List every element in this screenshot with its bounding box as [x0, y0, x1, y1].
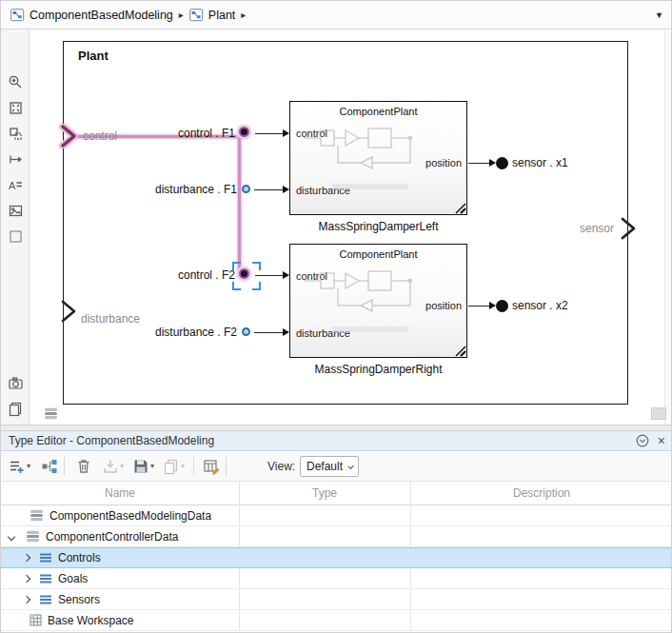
delete-button[interactable]	[73, 456, 94, 477]
view-label: View:	[267, 460, 295, 473]
breadcrumb-label[interactable]: ComponentBasedModeling	[30, 9, 173, 22]
wire[interactable]	[468, 306, 490, 307]
toolbar-separator	[193, 457, 194, 476]
row-label: Sensors	[58, 593, 100, 606]
fit-view-icon[interactable]	[7, 99, 24, 116]
add-type-button[interactable]	[7, 456, 28, 477]
save-dropdown-icon[interactable]: ▾	[150, 462, 154, 470]
zoom-icon[interactable]	[7, 73, 24, 90]
column-header-description[interactable]: Description	[410, 482, 672, 505]
control-signal-branch-line[interactable]	[238, 136, 241, 277]
block-inner-title: ComponentPlant	[290, 248, 466, 260]
block-content-preview	[304, 121, 446, 199]
wire[interactable]	[255, 275, 284, 276]
column-header-type[interactable]: Type	[239, 482, 410, 505]
toolbar-separator	[64, 457, 65, 476]
panel-collapse-icon[interactable]	[636, 434, 649, 447]
add-type-dropdown-icon[interactable]: ▾	[27, 462, 30, 470]
region-select-icon[interactable]	[7, 125, 24, 142]
simulink-window: ComponentBasedModeling ▸ Plant ▸ ▼ A	[0, 0, 672, 633]
table-row-base-workspace[interactable]: Base Workspace	[1, 610, 672, 631]
control-inport-icon[interactable]	[58, 124, 79, 148]
table-row-sensors[interactable]: Sensors	[1, 589, 672, 610]
sensor-outport-icon[interactable]	[618, 216, 639, 241]
control-port-label: control	[83, 129, 117, 143]
disturbance-inport-icon[interactable]	[58, 299, 79, 324]
view-dropdown[interactable]: Default	[300, 456, 359, 477]
sensor-x2-connector[interactable]	[496, 300, 508, 312]
breadcrumb-dropdown-icon[interactable]: ▼	[655, 10, 663, 20]
disturbance-f2-connector[interactable]	[242, 327, 250, 336]
image-annotation-icon[interactable]	[7, 202, 24, 219]
wire[interactable]	[254, 189, 284, 190]
screenshot-icon[interactable]	[7, 374, 24, 391]
svg-text:A: A	[9, 179, 16, 190]
panel-splitter[interactable]	[1, 425, 672, 431]
workspace-grid-icon	[30, 614, 42, 626]
breadcrumb-separator-icon: ▸	[240, 10, 247, 20]
subsystem-icon	[189, 8, 204, 22]
wire[interactable]	[254, 332, 284, 333]
wire-arrow-icon	[283, 186, 289, 193]
panels-icon[interactable]	[7, 400, 24, 417]
wire[interactable]	[468, 163, 490, 164]
wire[interactable]	[255, 133, 284, 134]
expand-chevron-icon[interactable]	[23, 554, 30, 562]
signal-label-sensor-x2: sensor . x2	[512, 299, 568, 312]
selection-corner	[252, 282, 261, 290]
table-row-componentbasedmodelingdata[interactable]: ComponentBasedModelingData	[1, 505, 672, 526]
signal-label-control-f1: control . F1	[121, 127, 235, 140]
signal-label-disturbance-f1: disturbance . F1	[123, 183, 237, 196]
wire-arrow-icon	[489, 159, 496, 167]
block-mass-spring-damper-right[interactable]: ComponentPlant control disturbance posit…	[289, 244, 467, 358]
breadcrumb-item-subsystem[interactable]: Plant	[189, 8, 236, 22]
annotation-icon[interactable]: A	[7, 176, 24, 193]
canvas-vertical-scrollbar[interactable]	[664, 30, 672, 425]
hierarchy-view-button[interactable]	[39, 456, 60, 477]
bus-object-icon	[39, 552, 52, 564]
sensor-port-label: sensor	[570, 222, 614, 235]
disturbance-port-label: disturbance	[81, 312, 140, 326]
signal-label-sensor-x1: sensor . x1	[512, 156, 568, 169]
breadcrumb: ComponentBasedModeling ▸ Plant ▸ ▼	[1, 1, 672, 30]
type-editor-header: Type Editor - ComponentBasedModeling ×	[1, 431, 672, 451]
edit-table-button[interactable]	[201, 456, 222, 477]
area-box-icon[interactable]	[7, 227, 24, 245]
signal-label-control-f2: control . F2	[121, 268, 235, 282]
control-f1-connector[interactable]	[239, 127, 249, 137]
canvas-scrollbar-thumb[interactable]	[651, 407, 666, 420]
panel-close-icon[interactable]: ×	[658, 434, 665, 447]
selection-corner	[232, 282, 241, 290]
model-icon	[10, 8, 25, 22]
table-row-goals[interactable]: Goals	[1, 568, 672, 589]
row-label: Base Workspace	[48, 614, 134, 627]
import-dropdown-icon[interactable]: ▾	[120, 462, 124, 470]
wire-arrow-icon	[489, 302, 496, 309]
column-header-name[interactable]: Name	[1, 482, 239, 505]
expand-chevron-icon[interactable]	[23, 595, 30, 603]
breadcrumb-item-model[interactable]: ComponentBasedModeling	[10, 8, 173, 22]
collapse-chevron-icon[interactable]	[8, 532, 15, 540]
disturbance-f1-connector[interactable]	[242, 185, 250, 193]
view-dropdown-value: Default	[306, 460, 343, 473]
block-mass-spring-damper-left[interactable]: ComponentPlant control disturbance posit…	[289, 101, 467, 215]
table-row-controls[interactable]: Controls	[1, 547, 672, 568]
breadcrumb-label[interactable]: Plant	[208, 9, 236, 22]
table-row-componentcontrollerdata[interactable]: ComponentControllerData	[1, 526, 672, 547]
data-dictionary-icon	[30, 509, 44, 522]
row-label: ComponentBasedModelingData	[49, 509, 211, 523]
block-name-label: MassSpringDamperRight	[289, 363, 467, 376]
model-data-badge-icon[interactable]	[41, 406, 60, 422]
type-table-header: Name Type Description	[1, 482, 672, 505]
signal-label-disturbance-f2: disturbance . F2	[123, 326, 237, 339]
sensor-x1-connector[interactable]	[496, 157, 508, 169]
signal-route-icon[interactable]	[7, 150, 24, 168]
breadcrumb-separator-icon: ▸	[178, 10, 185, 20]
import-button[interactable]	[100, 456, 121, 477]
save-button[interactable]	[130, 456, 151, 477]
copy-button[interactable]	[161, 456, 182, 477]
copy-dropdown-icon[interactable]: ▾	[181, 462, 185, 470]
expand-chevron-icon[interactable]	[23, 574, 30, 582]
chevron-down-icon	[348, 463, 354, 468]
block-name-label: MassSpringDamperLeft	[289, 220, 467, 233]
